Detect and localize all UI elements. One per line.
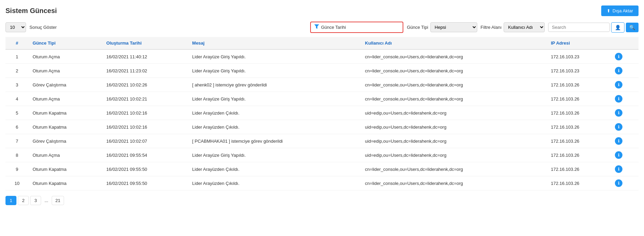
search-group: 👤 🔍 <box>548 22 639 33</box>
cell-ip: 172.16.103.26 <box>547 148 611 162</box>
cell-action: ℹ <box>611 106 639 120</box>
cell-ip: 172.16.103.26 <box>547 78 611 92</box>
col-header-user: Kullanıcı Adı <box>361 37 547 49</box>
table-row: 7 Görev Çalıştırma 16/02/2021 10:02:07 [… <box>5 134 639 148</box>
cell-date: 16/02/2021 10:02:21 <box>102 92 188 106</box>
person-icon-button[interactable]: 👤 <box>611 22 624 33</box>
cell-action: ℹ <box>611 49 639 64</box>
cell-id: 3 <box>5 78 28 92</box>
cell-action: ℹ <box>611 120 639 134</box>
cell-id: 5 <box>5 106 28 120</box>
cell-ip: 172.16.103.26 <box>547 176 611 190</box>
cell-message: Lider Arayüzden Çıkıldı. <box>188 106 361 120</box>
cell-action: ℹ <box>611 162 639 176</box>
cell-id: 4 <box>5 92 28 106</box>
cell-user: cn=lider_console,ou=Users,dc=liderahenk,… <box>361 49 547 64</box>
pagination: 1 2 3 ... 21 <box>5 196 639 205</box>
col-header-type: Günce Tipi <box>28 37 102 49</box>
cell-user: cn=lider_console,ou=Users,dc=liderahenk,… <box>361 176 547 190</box>
cell-date: 16/02/2021 10:02:16 <box>102 106 188 120</box>
cell-id: 10 <box>5 176 28 190</box>
info-button[interactable]: ℹ <box>615 165 622 173</box>
filtre-label: Filtre Alanı <box>481 25 502 30</box>
table-row: 2 Oturum Açma 16/02/2021 11:23:02 Lider … <box>5 64 639 78</box>
cell-action: ℹ <box>611 64 639 78</box>
page-title: Sistem Güncesi <box>5 7 57 15</box>
cell-ip: 172.16.103.23 <box>547 64 611 78</box>
export-icon: ⬆ <box>607 8 610 13</box>
toolbar: 10 25 50 100 Sonuç Göster Günce Tarihi G… <box>5 22 639 33</box>
cell-type: Oturum Kapatma <box>28 162 102 176</box>
cell-action: ℹ <box>611 92 639 106</box>
cell-id: 7 <box>5 134 28 148</box>
cell-ip: 172.16.103.26 <box>547 106 611 120</box>
cell-action: ℹ <box>611 78 639 92</box>
cell-date: 16/02/2021 09:55:50 <box>102 176 188 190</box>
person-icon: 👤 <box>615 25 621 30</box>
cell-user: uid=edip,ou=Users,dc=liderahenk,dc=org <box>361 106 547 120</box>
col-header-date: Oluşturma Tarihi <box>102 37 188 49</box>
info-button[interactable]: ℹ <box>615 123 622 131</box>
info-button[interactable]: ℹ <box>615 67 622 74</box>
col-header-action <box>611 37 639 49</box>
cell-type: Oturum Açma <box>28 64 102 78</box>
cell-date: 16/02/2021 10:02:07 <box>102 134 188 148</box>
filter-group: Günce Tarihi <box>310 22 404 33</box>
cell-ip: 172.16.103.26 <box>547 92 611 106</box>
filter-icon <box>314 24 319 31</box>
cell-user: uid=edip,ou=Users,dc=liderahenk,dc=org <box>361 120 547 134</box>
info-button[interactable]: ℹ <box>615 179 622 187</box>
page-btn-21[interactable]: 21 <box>52 196 64 205</box>
cell-type: Görev Çalıştırma <box>28 134 102 148</box>
cell-message: Lider Arayüze Giriş Yapıldı. <box>188 49 361 64</box>
search-icon: 🔍 <box>629 25 635 30</box>
cell-user: cn=lider_console,ou=Users,dc=liderahenk,… <box>361 92 547 106</box>
cell-date: 16/02/2021 10:02:26 <box>102 78 188 92</box>
cell-type: Oturum Açma <box>28 92 102 106</box>
cell-message: Lider Arayüzden Çıkıldı. <box>188 162 361 176</box>
info-button[interactable]: ℹ <box>615 95 622 103</box>
info-button[interactable]: ℹ <box>615 81 622 88</box>
page-btn-3[interactable]: 3 <box>30 196 41 205</box>
cell-date: 16/02/2021 09:55:54 <box>102 148 188 162</box>
cell-ip: 172.16.103.26 <box>547 134 611 148</box>
cell-type: Oturum Kapatma <box>28 106 102 120</box>
search-input[interactable] <box>548 23 610 32</box>
cell-user: uid=edip,ou=Users,dc=liderahenk,dc=org <box>361 148 547 162</box>
table-row: 10 Oturum Kapatma 16/02/2021 09:55:50 Li… <box>5 176 639 190</box>
cell-id: 6 <box>5 120 28 134</box>
table-row: 6 Oturum Kapatma 16/02/2021 10:02:16 Lid… <box>5 120 639 134</box>
cell-type: Oturum Açma <box>28 148 102 162</box>
filter-date-input[interactable] <box>348 24 399 31</box>
search-button[interactable]: 🔍 <box>626 23 639 32</box>
page-btn-2[interactable]: 2 <box>18 196 29 205</box>
cell-action: ℹ <box>611 134 639 148</box>
cell-ip: 172.16.103.23 <box>547 49 611 64</box>
page-wrapper: Sistem Güncesi ⬆ Dışa Aktar 10 25 50 100… <box>0 0 644 211</box>
filtre-select[interactable]: Kullanıcı Adı Mesaj IP Adresi <box>504 22 545 32</box>
col-header-ip: IP Adresi <box>547 37 611 49</box>
info-button[interactable]: ℹ <box>615 137 622 145</box>
cell-date: 16/02/2021 10:02:16 <box>102 120 188 134</box>
page-header: Sistem Güncesi ⬆ Dışa Aktar <box>5 5 639 16</box>
filtre-group: Filtre Alanı Kullanıcı Adı Mesaj IP Adre… <box>481 22 545 32</box>
info-button[interactable]: ℹ <box>615 151 622 159</box>
cell-date: 16/02/2021 11:40:12 <box>102 49 188 64</box>
gunce-tipi-label: Günce Tipi <box>407 25 428 30</box>
result-show-select[interactable]: 10 25 50 100 <box>5 22 26 32</box>
cell-message: Lider Arayüze Giriş Yapıldı. <box>188 148 361 162</box>
page-btn-1[interactable]: 1 <box>5 196 16 205</box>
info-button[interactable]: ℹ <box>615 53 622 60</box>
cell-id: 1 <box>5 49 28 64</box>
export-button[interactable]: ⬆ Dışa Aktar <box>601 5 639 16</box>
table-row: 8 Oturum Açma 16/02/2021 09:55:54 Lider … <box>5 148 639 162</box>
cell-user: uid=edip,ou=Users,dc=liderahenk,dc=org <box>361 134 547 148</box>
cell-message: [ ahenk02 ] istemciye görev gönderildi <box>188 78 361 92</box>
info-button[interactable]: ℹ <box>615 109 622 117</box>
page-ellipsis: ... <box>42 196 50 205</box>
col-header-id: # <box>5 37 28 49</box>
cell-user: cn=lider_console,ou=Users,dc=liderahenk,… <box>361 64 547 78</box>
cell-type: Oturum Kapatma <box>28 176 102 190</box>
gunce-tipi-group: Günce Tipi Hepsi Oturum Açma Oturum Kapa… <box>407 22 477 32</box>
gunce-tipi-select[interactable]: Hepsi Oturum Açma Oturum Kapatma Görev Ç… <box>430 22 477 32</box>
